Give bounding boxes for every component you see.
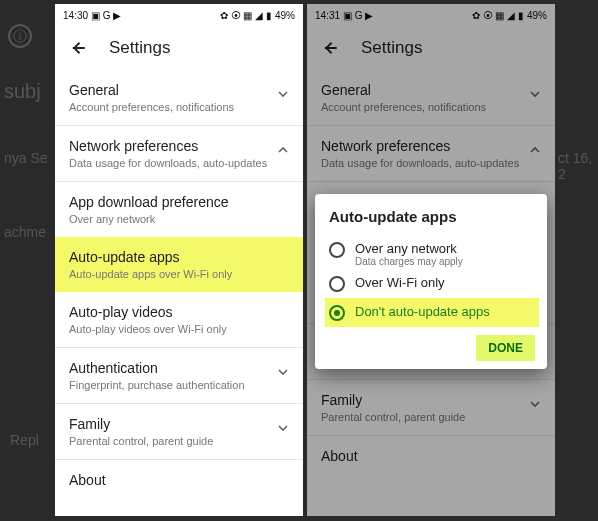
section-title: About (69, 472, 289, 488)
chevron-down-icon (527, 86, 543, 102)
bg-subject-label: subj (4, 80, 41, 103)
option-wifi-only[interactable]: Over Wi-Fi only (329, 271, 535, 296)
bg-reply-fragment: Repl (10, 432, 39, 448)
phone-left: 14:30 ▣ G ▶ ✿ ⦿ ▦ ◢ ▮ 49% Settings Gener… (55, 4, 303, 516)
section-subtitle: Auto-update apps over Wi-Fi only (69, 268, 289, 280)
section-title: Network preferences (321, 138, 541, 154)
section-title: Auto-play videos (69, 304, 289, 320)
status-battery: 49% (527, 10, 547, 21)
section-auto-update[interactable]: Auto-update apps Auto-update apps over W… (55, 237, 303, 292)
back-icon[interactable] (321, 39, 339, 57)
app-header: Settings (55, 26, 303, 70)
section-network[interactable]: Network preferences Data usage for downl… (307, 126, 555, 182)
radio-icon-selected[interactable] (329, 305, 345, 321)
option-sublabel: Data charges may apply (355, 256, 463, 267)
phone-pair: 14:30 ▣ G ▶ ✿ ⦿ ▦ ◢ ▮ 49% Settings Gener… (55, 4, 555, 516)
back-icon[interactable] (69, 39, 87, 57)
section-title: General (321, 82, 541, 98)
option-label: Over any network (355, 241, 463, 256)
radio-icon[interactable] (329, 242, 345, 258)
section-subtitle: Data usage for downloads, auto-updates (69, 157, 289, 169)
chevron-up-icon (527, 142, 543, 158)
dialog-actions: DONE (329, 335, 535, 361)
section-family[interactable]: Family Parental control, parent guide (307, 380, 555, 436)
option-label: Over Wi-Fi only (355, 275, 445, 290)
section-title: Network preferences (69, 138, 289, 154)
option-label: Don't auto-update apps (355, 304, 490, 319)
section-title: Authentication (69, 360, 289, 376)
section-subtitle: Account preferences, notifications (69, 101, 289, 113)
status-time: 14:31 (315, 10, 340, 21)
section-general[interactable]: General Account preferences, notificatio… (307, 70, 555, 126)
chevron-down-icon (527, 396, 543, 412)
auto-update-dialog: Auto-update apps Over any network Data c… (315, 194, 547, 369)
dialog-title: Auto-update apps (329, 208, 535, 225)
section-about[interactable]: About (55, 460, 303, 495)
section-subtitle: Auto-play videos over Wi-Fi only (69, 323, 289, 335)
settings-list[interactable]: General Account preferences, notificatio… (55, 70, 303, 516)
app-header: Settings (307, 26, 555, 70)
section-subtitle: Fingerprint, purchase authentication (69, 379, 289, 391)
section-general[interactable]: General Account preferences, notificatio… (55, 70, 303, 126)
section-authentication[interactable]: Authentication Fingerprint, purchase aut… (55, 348, 303, 404)
section-app-download[interactable]: App download preference Over any network (55, 182, 303, 237)
page-title: Settings (361, 38, 422, 58)
status-time: 14:30 (63, 10, 88, 21)
status-right-icons: ✿ ⦿ ▦ ◢ ▮ (472, 10, 524, 21)
section-network[interactable]: Network preferences Data usage for downl… (55, 126, 303, 182)
bg-attachment-fragment: achme (4, 224, 46, 240)
chevron-down-icon (275, 364, 291, 380)
status-bar: 14:30 ▣ G ▶ ✿ ⦿ ▦ ◢ ▮ 49% (55, 4, 303, 26)
status-left-icons: ▣ G ▶ (343, 10, 373, 21)
phone-right: 14:31 ▣ G ▶ ✿ ⦿ ▦ ◢ ▮ 49% Settings Gener… (307, 4, 555, 516)
section-title: App download preference (69, 194, 289, 210)
option-any-network[interactable]: Over any network Data charges may apply (329, 237, 535, 271)
radio-icon[interactable] (329, 276, 345, 292)
section-subtitle: Parental control, parent guide (321, 411, 541, 423)
status-right-icons: ✿ ⦿ ▦ ◢ ▮ (220, 10, 272, 21)
section-subtitle: Data usage for downloads, auto-updates (321, 157, 541, 169)
background-page-right: ct 16, 2 (558, 0, 598, 521)
section-subtitle: Account preferences, notifications (321, 101, 541, 113)
done-button[interactable]: DONE (476, 335, 535, 361)
status-battery: 49% (275, 10, 295, 21)
status-bar: 14:31 ▣ G ▶ ✿ ⦿ ▦ ◢ ▮ 49% (307, 4, 555, 26)
chevron-down-icon (275, 86, 291, 102)
section-auto-play[interactable]: Auto-play videos Auto-play videos over W… (55, 292, 303, 348)
status-left-icons: ▣ G ▶ (91, 10, 121, 21)
section-title: Family (321, 392, 541, 408)
section-title: About (321, 448, 541, 464)
chevron-down-icon (275, 420, 291, 436)
section-title: General (69, 82, 289, 98)
section-title: Auto-update apps (69, 249, 289, 265)
bg-date-fragment: ct 16, 2 (558, 150, 594, 182)
section-title: Family (69, 416, 289, 432)
section-family[interactable]: Family Parental control, parent guide (55, 404, 303, 460)
background-page-left: ⓘ subj nya Se achme Repl (0, 0, 55, 521)
section-about[interactable]: About (307, 436, 555, 471)
section-subtitle: Parental control, parent guide (69, 435, 289, 447)
section-subtitle: Over any network (69, 213, 289, 225)
chevron-up-icon (275, 142, 291, 158)
option-dont-update[interactable]: Don't auto-update apps (325, 298, 539, 327)
info-icon: ⓘ (8, 24, 32, 48)
page-title: Settings (109, 38, 170, 58)
bg-sender-fragment: nya Se (4, 150, 48, 166)
